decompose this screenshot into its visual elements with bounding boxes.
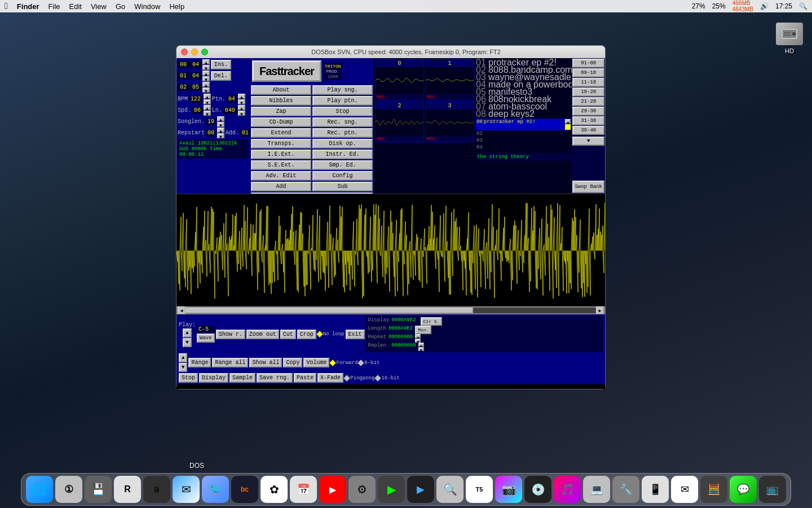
- page-31-38[interactable]: 31-38: [572, 116, 604, 125]
- note-up[interactable]: ▲: [179, 353, 187, 362]
- pingpong-radio[interactable]: Pingpong: [345, 375, 374, 381]
- dock-chat[interactable]: 💬: [730, 476, 757, 503]
- 16bit-radio[interactable]: 16-bit: [376, 375, 399, 381]
- scroll-dn[interactable]: ▼: [572, 137, 604, 146]
- scrollbar[interactable]: ◄ ►: [176, 306, 605, 314]
- repeat-dn[interactable]: ▼: [415, 339, 421, 343]
- songlen-up[interactable]: ▲: [217, 116, 224, 121]
- dock-item-1[interactable]: ①: [55, 476, 82, 503]
- play-ptn-button[interactable]: Play ptn.: [312, 96, 373, 106]
- maximize-button[interactable]: [201, 49, 208, 55]
- scroll-right-arrow[interactable]: ►: [596, 306, 604, 314]
- forward-radio[interactable]: Forward: [330, 360, 358, 366]
- close-button[interactable]: [181, 49, 188, 55]
- up-btn-1[interactable]: ▲: [202, 59, 210, 64]
- instr-ed-button[interactable]: Instr. Ed.: [312, 150, 373, 159]
- crop-button[interactable]: Crop: [297, 330, 316, 339]
- ie-ext-button[interactable]: I.E.Ext.: [251, 150, 311, 159]
- 8bit-radio[interactable]: 8-bit: [359, 360, 379, 366]
- paste-button[interactable]: Paste: [294, 373, 316, 383]
- dn-arrow-play[interactable]: ▼: [183, 338, 191, 347]
- cut-button[interactable]: Cut: [280, 330, 296, 339]
- about-button[interactable]: About: [251, 85, 311, 95]
- replen-up[interactable]: ▲: [418, 343, 424, 347]
- add-button[interactable]: Add: [251, 182, 311, 191]
- replen-dn[interactable]: ▼: [418, 347, 424, 351]
- minimize-button[interactable]: [191, 49, 198, 55]
- dock-dosbox[interactable]: 🖥: [143, 476, 170, 503]
- cd-dump-button[interactable]: CD-Dump: [251, 117, 311, 127]
- dock-tenfive[interactable]: T5: [466, 476, 493, 503]
- scroll-down-arrow[interactable]: ▼: [572, 137, 604, 146]
- dock-tools[interactable]: 🔧: [612, 476, 639, 503]
- extend-button[interactable]: Extend: [251, 128, 311, 138]
- note-dn[interactable]: ▼: [179, 363, 187, 372]
- dock-mail[interactable]: ✉: [173, 476, 200, 503]
- dock-calendar[interactable]: 📅: [290, 476, 317, 503]
- dock-tv[interactable]: 📺: [759, 476, 786, 503]
- menu-file[interactable]: File: [48, 2, 60, 11]
- zap-button[interactable]: Zap: [251, 107, 311, 116]
- scrollbar-thumb[interactable]: [186, 308, 473, 313]
- page-09-10[interactable]: 09-10: [572, 68, 604, 77]
- volume-button[interactable]: Volume: [303, 358, 329, 367]
- min-button[interactable]: Min.: [415, 326, 431, 334]
- menu-help[interactable]: Help: [169, 2, 184, 11]
- swop-bank-button[interactable]: Swop Bank: [572, 181, 604, 193]
- instr-04[interactable]: 04: [476, 144, 571, 151]
- range-button[interactable]: Range: [188, 358, 211, 367]
- zoom-out-button[interactable]: Zoom out: [246, 330, 279, 339]
- menu-edit[interactable]: Edit: [69, 2, 82, 11]
- stop-tb-button[interactable]: Stop: [179, 373, 198, 383]
- dock-photos[interactable]: 📷: [495, 476, 522, 503]
- sample-button[interactable]: Sample: [230, 373, 255, 383]
- no-loop-radio[interactable]: No loop: [317, 331, 345, 337]
- dock-flickr[interactable]: ✿: [261, 476, 288, 503]
- save-rng-button[interactable]: Save rng.: [257, 373, 293, 383]
- dock-bird[interactable]: 🐦: [202, 476, 229, 503]
- adv-edit-button[interactable]: Adv. Edit: [251, 171, 311, 181]
- volume-icon[interactable]: 🔊: [760, 2, 769, 10]
- xfade-button[interactable]: X-Fade: [317, 373, 343, 383]
- dn-btn-3[interactable]: ▼: [202, 87, 210, 93]
- dock-mail-2[interactable]: ✉: [671, 476, 698, 503]
- dock-bc[interactable]: bc: [231, 476, 258, 503]
- ins-button[interactable]: Ins.: [211, 60, 231, 69]
- dock-itunes[interactable]: 🎵: [554, 476, 581, 503]
- disk-op-button[interactable]: Disk op.: [312, 139, 373, 148]
- copy-button[interactable]: Copy: [283, 358, 302, 367]
- nibbles-button[interactable]: Nibbles: [251, 96, 311, 106]
- range-all-button[interactable]: Range all: [212, 358, 248, 367]
- bpm-dn[interactable]: ▼: [204, 99, 211, 104]
- dock-disc[interactable]: 💿: [524, 476, 551, 503]
- display-button[interactable]: Display: [199, 373, 228, 383]
- page-19-20[interactable]: 19-20: [572, 87, 604, 97]
- menu-go[interactable]: Go: [116, 2, 125, 11]
- transps-button[interactable]: Transps.: [251, 139, 311, 148]
- menu-view[interactable]: View: [91, 2, 107, 11]
- ln-dn[interactable]: ▼: [238, 111, 245, 116]
- sub-button[interactable]: Sub: [312, 182, 373, 191]
- scroll-left-arrow[interactable]: ◄: [178, 306, 186, 314]
- rec-sng-button[interactable]: Rec. sng.: [312, 117, 373, 127]
- wave-button[interactable]: Wave: [197, 334, 215, 343]
- dock-play-3[interactable]: ▶: [407, 476, 434, 503]
- dn-btn-2[interactable]: ▼: [202, 76, 210, 81]
- dock-rosetta[interactable]: R: [114, 476, 141, 503]
- bpm-up[interactable]: ▲: [204, 94, 211, 99]
- repstart-dn[interactable]: ▼: [217, 133, 224, 138]
- dock-calc[interactable]: 🧮: [700, 476, 727, 503]
- play-sng-button[interactable]: Play sng.: [312, 85, 373, 95]
- dn-btn-1[interactable]: ▼: [202, 65, 210, 70]
- ptn-dn[interactable]: ▼: [238, 99, 245, 104]
- search-icon[interactable]: 🔍: [799, 2, 807, 10]
- dock-iphone[interactable]: 📱: [642, 476, 669, 503]
- dock-item-2[interactable]: 💾: [85, 476, 112, 503]
- spd-dn[interactable]: ▼: [204, 111, 211, 116]
- dock-wheel[interactable]: ⚙: [348, 476, 376, 503]
- stop-button[interactable]: Stop: [312, 107, 373, 116]
- dock-play-2[interactable]: ▶: [378, 476, 405, 503]
- up-btn-3[interactable]: ▲: [202, 82, 210, 87]
- instr-02[interactable]: 02: [476, 130, 571, 137]
- config-button[interactable]: Config: [312, 171, 373, 181]
